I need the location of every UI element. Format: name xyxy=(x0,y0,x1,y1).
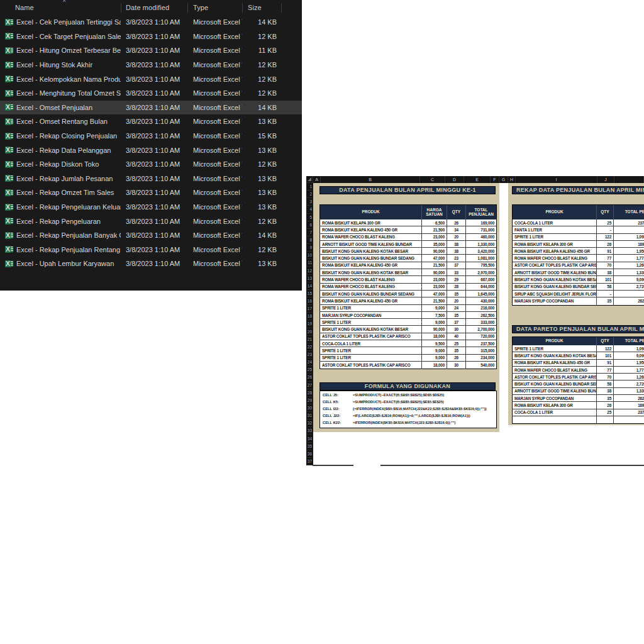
title-data-penjualan[interactable]: DATA PENJUALAN BULAN APRIL MINGGU KE-1 xyxy=(319,186,496,194)
formula-row[interactable]: CELL K22:=IFERROR(INDEX($K$5:$K$16;MATCH… xyxy=(320,419,496,426)
table-cell[interactable]: 24 xyxy=(447,305,466,312)
row-header-14[interactable]: 14 xyxy=(306,282,313,290)
table-cell[interactable]: - xyxy=(597,226,614,233)
table-cell[interactable]: 26 xyxy=(447,219,466,226)
table-cell[interactable]: 26 xyxy=(597,402,614,409)
table-cell[interactable]: 1,771,000 xyxy=(614,255,644,262)
table-cell[interactable]: 35 xyxy=(597,395,614,402)
t3-header-1[interactable]: QTY xyxy=(597,337,614,345)
table-cell[interactable]: 1,645,000 xyxy=(466,291,496,297)
table-cell[interactable]: 21,500 xyxy=(422,226,447,233)
table-cell[interactable]: - xyxy=(597,291,614,297)
table-cell[interactable]: 20 xyxy=(447,234,466,241)
t1-header-1[interactable]: HARGA SATUAN xyxy=(422,205,447,219)
row-header-10[interactable]: 10 xyxy=(306,252,313,259)
file-row[interactable]: XExcel - Kelompokkan Nama Produk3/8/2023… xyxy=(0,72,302,86)
table-cell[interactable]: 26 xyxy=(597,241,614,248)
table-cell[interactable]: 35 xyxy=(447,347,466,354)
row-header-18[interactable]: 18 xyxy=(306,313,313,320)
formula-row[interactable]: CELL J22:=IF(LARGE($J$5:$J$16;ROW(A1))=0… xyxy=(320,413,496,419)
table-cell[interactable]: 122 xyxy=(597,345,614,352)
table-cell[interactable]: MARJAN SYRUP COCOPANDAN xyxy=(513,297,597,304)
table-cell[interactable]: SPRITE 1 LITER xyxy=(320,319,422,326)
table-cell[interactable]: 23,000 xyxy=(422,284,447,291)
table-cell[interactable]: ROMA BISKUIT KELAPA 300 GR xyxy=(513,241,597,248)
table-cell[interactable]: 1,330,000 xyxy=(466,241,496,248)
table-cell[interactable]: 90,000 xyxy=(422,326,447,333)
table-cell[interactable]: ROMA BISKUIT KELAPA KALENG 450 GR xyxy=(513,360,597,367)
table-cell[interactable] xyxy=(614,291,644,297)
table-cell[interactable]: 2,970,000 xyxy=(466,269,496,276)
table-cell[interactable]: 35 xyxy=(597,297,614,304)
column-header-C[interactable]: C xyxy=(420,176,445,183)
table-cell[interactable]: 30 xyxy=(447,326,466,333)
file-row[interactable]: XExcel - Omset Penjualan3/8/2023 1:10 AM… xyxy=(0,101,302,115)
table-cell[interactable]: 23,000 xyxy=(422,234,447,241)
table-cell[interactable]: ARNOTT BISKUIT GOOD TIME KALENG BUNDAR xyxy=(513,388,597,395)
table-cell[interactable]: 70 xyxy=(597,374,614,380)
formula-row[interactable]: CELL I22:{=IFERROR(INDEX($I$5:$I$16;MATC… xyxy=(320,405,496,412)
row-header-6[interactable]: 6 xyxy=(306,221,313,229)
table-cell[interactable]: SPRITE 1 LITER xyxy=(320,355,422,362)
table-cell[interactable]: 30 xyxy=(447,362,466,369)
table-cell[interactable]: 38 xyxy=(597,388,614,395)
row-header-1[interactable]: 1 xyxy=(306,183,313,191)
table-cell[interactable]: ASTOR COKLAT TOPLES PLASTIK CAP ARISCO xyxy=(320,333,422,340)
row-header-26[interactable]: 26 xyxy=(306,374,313,381)
row-header-12[interactable]: 12 xyxy=(306,267,313,274)
table-cell[interactable]: 237,500 xyxy=(466,340,496,347)
row-header-8[interactable]: 8 xyxy=(306,236,313,244)
table-cell[interactable]: 21,500 xyxy=(422,297,447,304)
row-header-34[interactable]: 34 xyxy=(306,435,313,442)
t2-header-0[interactable]: PRODUK xyxy=(513,205,597,219)
column-header-size[interactable]: Size xyxy=(248,4,262,11)
file-row[interactable]: XExcel - Omset Rentang Bulan3/8/2023 1:1… xyxy=(0,114,302,129)
row-header-32[interactable]: 32 xyxy=(306,419,313,427)
table-cell[interactable]: 38 xyxy=(447,241,466,248)
table-cell[interactable]: 430,000 xyxy=(466,297,496,304)
table-cell[interactable]: SPRITE 1 LITER xyxy=(320,305,422,312)
table-cell[interactable] xyxy=(513,416,597,423)
column-header-G[interactable]: G xyxy=(499,176,508,183)
table-cell[interactable]: 234,000 xyxy=(466,355,496,362)
row-header-37[interactable]: 37 xyxy=(306,458,313,465)
table-cell[interactable]: 37 xyxy=(447,262,466,269)
table-cell[interactable]: 237,500 xyxy=(614,409,644,416)
title-formula[interactable]: FORMULA YANG DIGUNAKAN xyxy=(319,382,496,391)
row-header-23[interactable]: 23 xyxy=(306,351,313,358)
table-cell[interactable]: 23,000 xyxy=(422,276,447,283)
table-cell[interactable]: 1,771,000 xyxy=(614,367,644,374)
file-row[interactable]: XExcel - Rekap Omzet Tim Sales3/8/2023 1… xyxy=(0,186,302,200)
table-cell[interactable]: ROMA BISKUIT KELAPA KALENG 450 GR xyxy=(320,262,422,269)
column-header-clipped[interactable] xyxy=(614,176,644,183)
table-cell[interactable]: ASTOR COKLAT TOPLES PLASTIK CAP ARISCO xyxy=(513,374,597,380)
table-cell[interactable]: 262,500 xyxy=(614,395,644,402)
table-cell[interactable]: BISKUIT KONG GUAN KALENG BUNDAR SEDANG xyxy=(320,255,422,262)
table-cell[interactable]: ROMA WAFER CHOCO BLAST KALENG xyxy=(513,367,597,374)
column-header-name[interactable]: Name xyxy=(15,4,34,11)
table-cell[interactable]: 33 xyxy=(447,269,466,276)
table-cell[interactable]: 216,000 xyxy=(466,305,496,312)
table-cell[interactable]: ROMA BISKUIT KELAPA KALENG 450 GR xyxy=(513,248,597,255)
table-cell[interactable]: 333,000 xyxy=(466,319,496,326)
row-header-21[interactable]: 21 xyxy=(306,336,313,343)
table-cell[interactable]: BISKUIT KONG GUAN KALENG BUNDAR SEDANG xyxy=(513,284,597,291)
table-cell[interactable]: ARNOTT BISKUIT GOOD TIME KALENG BUNDAR xyxy=(320,241,422,248)
table-cell[interactable]: 1,098,000 xyxy=(614,345,644,352)
table-cell[interactable]: 315,000 xyxy=(466,347,496,354)
table-cell[interactable]: 731,000 xyxy=(466,226,496,233)
file-row[interactable]: XExcel - Hitung Stok Akhir3/8/2023 1:10 … xyxy=(0,58,302,72)
row-header-2[interactable]: 2 xyxy=(306,191,313,198)
table-cell[interactable]: 9,500 xyxy=(422,340,447,347)
column-header-B[interactable]: B xyxy=(321,176,420,183)
row-header-28[interactable]: 28 xyxy=(306,389,313,397)
t3-header-2[interactable]: TOTAL PENJUALAN xyxy=(614,337,644,345)
table-cell[interactable]: FANTA 1 LITER xyxy=(513,226,597,233)
row-header-15[interactable]: 15 xyxy=(306,290,313,297)
row-header-9[interactable]: 9 xyxy=(306,244,313,252)
table-cell[interactable]: 2,726,000 xyxy=(614,284,644,291)
formula-row[interactable]: CELL J5:=SUMPRODUCT(--EXACT(I5;$B$5:$B$2… xyxy=(320,391,496,398)
row-header-5[interactable]: 5 xyxy=(306,214,313,221)
row-header-25[interactable]: 25 xyxy=(306,366,313,374)
table-cell[interactable]: ROMA BISKUIT KELAPA KALENG 450 GR xyxy=(320,297,422,304)
